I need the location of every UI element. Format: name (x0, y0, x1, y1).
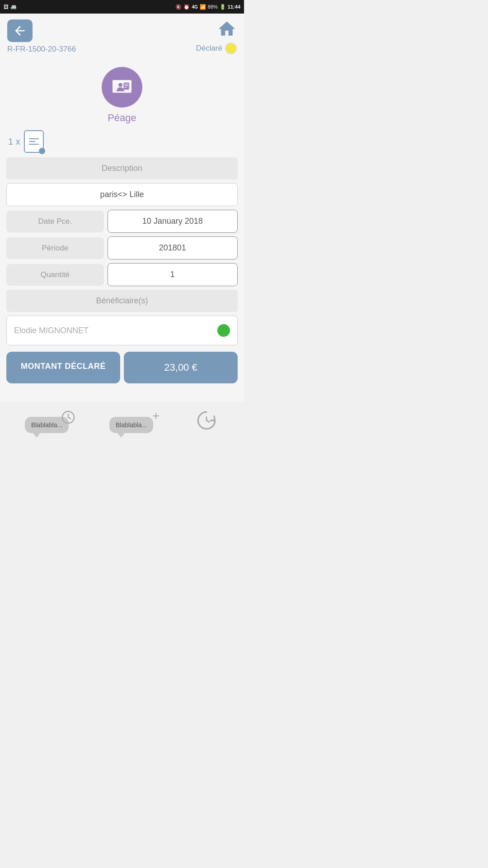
alarm-icon: ⏰ (183, 4, 190, 10)
category-name: Péage (108, 112, 136, 124)
periode-value[interactable]: 201801 (108, 236, 238, 259)
clock-badge-icon (61, 410, 75, 426)
quantite-row: Quantité 1 (6, 263, 238, 286)
description-header: Description (6, 157, 238, 179)
battery-percent: 88% (208, 4, 218, 9)
status-bar: 🖼 🚐 🔇 ⏰ 4G 📶 88% 🔋 11:44 (0, 0, 244, 14)
amount-row: MONTANT DÉCLARÉ 23,00 € (6, 352, 238, 383)
date-pce-value[interactable]: 10 January 2018 (108, 210, 238, 233)
svg-rect-3 (124, 83, 129, 90)
battery-icon: 🔋 (220, 4, 226, 10)
bottom-nav-bar: Blablabla... + Blablabla... (0, 401, 244, 442)
beneficiary-row[interactable]: Elodie MIGNONNET (6, 316, 238, 345)
back-arrow-icon (13, 24, 27, 38)
beneficiary-name: Elodie MIGNONNET (14, 326, 89, 335)
periode-row: Période 201801 (6, 236, 238, 259)
receipt-icon (24, 130, 44, 153)
date-pce-label: Date Pce. (6, 211, 104, 232)
svg-point-2 (118, 83, 122, 87)
bubble-1-label: Blablabla... (31, 421, 62, 429)
receipt-section: 1 x (8, 130, 238, 153)
content-area: Péage 1 x Description paris<> Lille Date… (0, 58, 244, 401)
quantite-value[interactable]: 1 (108, 263, 238, 286)
description-value[interactable]: paris<> Lille (6, 183, 238, 206)
peage-icon (109, 75, 135, 100)
status-section: Déclaré (196, 42, 237, 54)
nav-right: Déclaré (196, 19, 237, 54)
beneficiary-status-dot (217, 324, 230, 337)
amount-value[interactable]: 23,00 € (124, 352, 238, 383)
svg-line-9 (68, 417, 70, 419)
bottom-btn-1[interactable]: Blablabla... (25, 417, 69, 433)
reference-label: R-FR-1500-20-3766 (7, 45, 76, 54)
nav-bar: R-FR-1500-20-3766 Déclaré (0, 14, 244, 58)
svg-line-11 (206, 420, 210, 422)
plus-badge-icon: + (152, 410, 160, 422)
nav-left: R-FR-1500-20-3766 (7, 19, 76, 54)
back-button[interactable] (7, 19, 33, 42)
mute-icon: 🔇 (175, 4, 182, 10)
date-pce-row: Date Pce. 10 January 2018 (6, 210, 238, 233)
bus-icon: 🚐 (10, 4, 17, 10)
home-button[interactable] (217, 19, 237, 41)
bottom-bubble-2: Blablabla... (109, 417, 153, 433)
periode-label: Période (6, 237, 104, 259)
receipt-line-1 (29, 138, 39, 139)
status-right-icons: 🔇 ⏰ 4G 📶 88% 🔋 11:44 (175, 4, 240, 10)
network-icon: 4G (192, 5, 197, 9)
amount-label[interactable]: MONTANT DÉCLARÉ (6, 352, 120, 383)
bottom-btn-history[interactable] (194, 408, 219, 433)
receipt-line-3 (29, 144, 39, 145)
status-dot-yellow (225, 42, 237, 54)
category-section: Péage (6, 67, 238, 124)
declared-label: Déclaré (196, 44, 222, 53)
receipt-badge (39, 148, 45, 154)
quantite-label: Quantité (6, 264, 104, 286)
receipt-count: 1 x (8, 137, 20, 147)
bottom-btn-2[interactable]: + Blablabla... (109, 417, 153, 433)
receipt-line-2 (29, 141, 35, 142)
bubble-2-label: Blablabla... (116, 421, 147, 429)
category-icon-circle (102, 67, 142, 108)
clock-time: 11:44 (228, 4, 240, 9)
beneficiary-header: Bénéficiaire(s) (6, 290, 238, 312)
history-icon (194, 408, 219, 433)
home-icon (217, 19, 237, 39)
signal-bars-icon: 📶 (200, 4, 206, 10)
status-left-icons: 🖼 🚐 (4, 4, 17, 10)
photo-icon: 🖼 (4, 4, 9, 9)
